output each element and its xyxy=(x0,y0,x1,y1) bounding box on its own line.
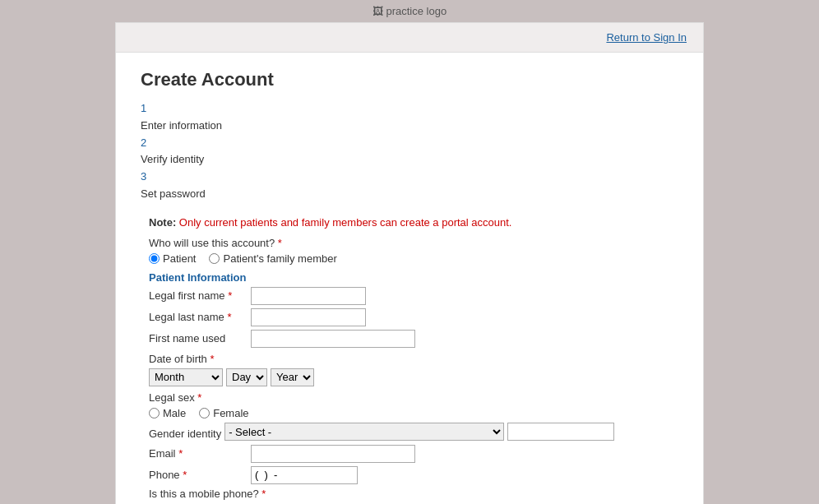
legal-first-name-input[interactable] xyxy=(251,287,366,305)
step-2-label: Verify identity xyxy=(141,153,204,165)
gender-identity-row: Gender identity - Select - xyxy=(149,423,678,442)
first-name-used-input[interactable] xyxy=(251,330,415,348)
step-3-label: Set password xyxy=(141,187,206,200)
practice-logo: 🖼 practice logo xyxy=(372,5,447,17)
family-member-option[interactable]: Patient's family member xyxy=(209,252,336,265)
page-title: Create Account xyxy=(141,69,678,90)
patient-label: Patient xyxy=(163,252,196,265)
legal-last-name-label: Legal last name * xyxy=(149,311,248,323)
male-radio[interactable] xyxy=(149,408,160,418)
email-input[interactable] xyxy=(251,445,415,463)
legal-last-name-input[interactable] xyxy=(251,308,366,326)
step-1-label: Enter information xyxy=(141,119,222,132)
email-label: Email * xyxy=(149,447,248,460)
return-to-signin-link[interactable]: Return to Sign In xyxy=(606,31,687,44)
legal-sex-label: Legal sex * xyxy=(149,391,678,404)
who-label: Who will use this account? * xyxy=(149,237,678,249)
dob-row: Month January February March April May J… xyxy=(149,368,678,386)
patient-info-title: Patient Information xyxy=(149,271,678,284)
gender-identity-select[interactable]: - Select - xyxy=(224,423,504,441)
phone-label: Phone * xyxy=(149,469,248,481)
month-select[interactable]: Month January February March April May J… xyxy=(149,368,223,386)
patient-radio[interactable] xyxy=(149,253,160,264)
female-label: Female xyxy=(213,407,248,419)
phone-input[interactable] xyxy=(251,466,358,484)
first-name-used-label: First name used xyxy=(149,332,248,344)
legal-first-name-row: Legal first name * xyxy=(149,287,678,305)
dob-label: Date of birth * xyxy=(149,353,678,365)
legal-sex-group: Male Female xyxy=(149,407,678,419)
step-1-number: 1 xyxy=(141,102,146,114)
day-select[interactable]: Day 12345 678910 1112131415 1617181920 2… xyxy=(226,368,267,386)
step-3-number: 3 xyxy=(141,170,146,183)
female-radio[interactable] xyxy=(199,408,210,418)
patient-option[interactable]: Patient xyxy=(149,252,196,265)
first-name-used-row: First name used xyxy=(149,330,678,348)
legal-last-name-row: Legal last name * xyxy=(149,308,678,326)
female-option[interactable]: Female xyxy=(199,407,248,419)
phone-row: Phone * xyxy=(149,466,678,484)
family-member-label: Patient's family member xyxy=(223,252,336,265)
year-select[interactable]: Year xyxy=(271,368,314,386)
legal-first-name-label: Legal first name * xyxy=(149,289,248,302)
note-text: Note: Only current patients and family m… xyxy=(149,216,678,229)
steps-section: 1 Enter information 2 Verify identity 3 … xyxy=(141,100,678,203)
male-label: Male xyxy=(163,407,186,419)
account-type-group: Patient Patient's family member xyxy=(149,252,678,265)
male-option[interactable]: Male xyxy=(149,407,186,419)
mobile-question: Is this a mobile phone? * xyxy=(149,488,678,500)
gender-identity-text-input[interactable] xyxy=(507,423,614,441)
email-row: Email * xyxy=(149,445,678,463)
gender-identity-label: Gender identity xyxy=(149,428,221,440)
step-2-number: 2 xyxy=(141,136,146,149)
family-member-radio[interactable] xyxy=(209,253,220,264)
